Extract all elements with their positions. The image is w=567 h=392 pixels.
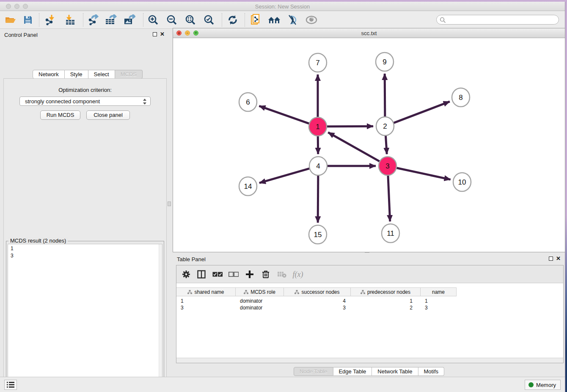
network-canvas[interactable]: 7968124314101511 bbox=[173, 38, 565, 252]
tab-select[interactable]: Select bbox=[88, 70, 115, 79]
save-icon bbox=[23, 15, 33, 25]
node-table-container: f(x) shared name MCDS role successor nod… bbox=[176, 265, 564, 363]
open-session-button[interactable] bbox=[3, 14, 17, 26]
task-history-button[interactable] bbox=[4, 380, 17, 390]
graph-node-3[interactable]: 3 bbox=[379, 157, 396, 175]
zoom-selected-button[interactable] bbox=[202, 14, 216, 26]
tab-network[interactable]: Network bbox=[33, 70, 65, 79]
main-titlebar: Session: New Session bbox=[0, 2, 565, 11]
graph-edge-2-9[interactable] bbox=[385, 74, 385, 117]
hide-graphics-button[interactable] bbox=[286, 14, 300, 26]
first-neighbors-button[interactable] bbox=[267, 14, 281, 26]
delete-table-button[interactable] bbox=[275, 268, 288, 280]
svg-text:8: 8 bbox=[459, 94, 462, 102]
column-header-shared-name[interactable]: shared name bbox=[176, 288, 236, 296]
clone-network-button[interactable] bbox=[249, 14, 262, 26]
optimization-criterion-select[interactable]: strongly connected component bbox=[19, 97, 151, 106]
open-folder-icon bbox=[5, 15, 16, 25]
application-window: Session: New Session bbox=[0, 2, 565, 392]
memory-button[interactable]: Memory bbox=[525, 380, 561, 390]
search-box[interactable] bbox=[436, 15, 559, 25]
function-builder-button[interactable]: f(x) bbox=[292, 268, 304, 280]
zoom-fit-button[interactable] bbox=[184, 14, 197, 26]
control-panel-header: Control Panel ✕ bbox=[0, 29, 170, 41]
tab-node-table[interactable]: Node Table bbox=[294, 367, 333, 376]
save-session-button[interactable] bbox=[21, 14, 35, 26]
graph-node-7[interactable]: 7 bbox=[309, 53, 327, 72]
cell-successor-nodes: 4 bbox=[284, 298, 346, 304]
delete-row-button[interactable] bbox=[259, 268, 272, 280]
graph-node-14[interactable]: 14 bbox=[239, 177, 257, 196]
column-icon bbox=[197, 270, 206, 279]
svg-text:6: 6 bbox=[246, 98, 250, 106]
svg-text:2: 2 bbox=[383, 122, 387, 130]
import-network-button[interactable] bbox=[43, 14, 57, 26]
table-settings-button[interactable] bbox=[180, 268, 193, 280]
combo-selected-value: strongly connected component bbox=[25, 98, 100, 105]
tab-network-table[interactable]: Network Table bbox=[372, 367, 418, 376]
tab-style[interactable]: Style bbox=[65, 70, 88, 79]
select-all-button[interactable] bbox=[211, 268, 224, 280]
network-graph: 7968124314101511 bbox=[173, 38, 565, 252]
tab-edge-table[interactable]: Edge Table bbox=[333, 367, 372, 376]
svg-text:7: 7 bbox=[316, 59, 319, 67]
graph-node-10[interactable]: 10 bbox=[453, 173, 471, 191]
graph-edge-2-3[interactable] bbox=[385, 135, 387, 154]
optimization-criterion-label: Optimization criterion: bbox=[4, 87, 166, 93]
close-table-panel-icon[interactable]: ✕ bbox=[556, 255, 561, 262]
cell-name: 1 bbox=[425, 298, 428, 304]
run-mcds-button[interactable]: Run MCDS bbox=[40, 110, 80, 120]
column-header-name[interactable]: name bbox=[421, 288, 457, 296]
graph-node-1[interactable]: 1 bbox=[309, 117, 327, 136]
show-graphics-button[interactable] bbox=[305, 14, 318, 26]
graph-edge-4-15[interactable] bbox=[318, 175, 318, 223]
float-table-panel-icon[interactable] bbox=[549, 257, 553, 261]
close-panel-icon[interactable]: ✕ bbox=[160, 31, 165, 37]
export-table-icon bbox=[105, 14, 117, 25]
graph-node-4[interactable]: 4 bbox=[309, 157, 327, 175]
export-image-button[interactable] bbox=[123, 14, 136, 26]
svg-text:10: 10 bbox=[458, 178, 466, 186]
table-row[interactable]: 3 dominator 3 2 3 bbox=[176, 304, 563, 311]
add-row-button[interactable] bbox=[243, 268, 256, 280]
import-table-button[interactable] bbox=[63, 14, 77, 26]
graph-node-8[interactable]: 8 bbox=[452, 88, 470, 107]
column-header-mcds-role[interactable]: MCDS role bbox=[236, 288, 284, 296]
graph-edge-3-11[interactable] bbox=[388, 175, 390, 221]
graph-edge-2-8[interactable] bbox=[394, 102, 450, 123]
cell-shared-name: 3 bbox=[181, 304, 184, 311]
vertical-splitter-handle[interactable] bbox=[168, 202, 171, 206]
table-row[interactable]: 1 dominator 4 1 1 bbox=[176, 298, 563, 304]
result-scrollbar[interactable] bbox=[159, 244, 162, 392]
graph-edge-3-10[interactable] bbox=[396, 168, 451, 179]
graph-node-6[interactable]: 6 bbox=[239, 93, 257, 111]
zoom-out-button[interactable] bbox=[165, 14, 179, 26]
show-column-button[interactable] bbox=[195, 268, 208, 280]
graph-edge-1-2[interactable] bbox=[327, 126, 373, 127]
deselect-all-button[interactable] bbox=[227, 268, 240, 280]
search-input[interactable] bbox=[448, 16, 556, 24]
tab-mcds[interactable]: MCDS bbox=[115, 70, 143, 79]
export-table-button[interactable] bbox=[104, 14, 118, 26]
graph-node-9[interactable]: 9 bbox=[376, 52, 394, 71]
column-header-successor-nodes[interactable]: successor nodes bbox=[284, 288, 351, 296]
tab-motifs[interactable]: Motifs bbox=[418, 367, 444, 376]
graph-node-15[interactable]: 15 bbox=[309, 225, 327, 244]
table-hscroll-area[interactable] bbox=[176, 358, 563, 363]
select-all-icon bbox=[212, 272, 223, 277]
export-network-button[interactable] bbox=[86, 14, 100, 26]
column-header-predecessor-nodes[interactable]: predecessor nodes bbox=[351, 288, 421, 296]
graph-edge-3-1[interactable] bbox=[328, 133, 380, 162]
graph-node-2[interactable]: 2 bbox=[376, 117, 394, 135]
table-header-row: shared name MCDS role successor nodes pr… bbox=[176, 287, 457, 296]
refresh-network-button[interactable] bbox=[226, 14, 239, 26]
zoom-in-button[interactable] bbox=[146, 14, 160, 26]
float-panel-icon[interactable] bbox=[153, 32, 157, 36]
graph-edge-1-6[interactable] bbox=[259, 106, 309, 124]
cell-successor-nodes: 3 bbox=[284, 304, 346, 311]
cell-predecessor-nodes: 1 bbox=[351, 298, 413, 304]
table-panel-tabs: Node Table Edge Table Network Table Moti… bbox=[294, 367, 444, 376]
graph-edge-4-14[interactable] bbox=[259, 168, 310, 183]
graph-node-11[interactable]: 11 bbox=[382, 224, 399, 243]
close-panel-button[interactable]: Close panel bbox=[86, 110, 130, 120]
